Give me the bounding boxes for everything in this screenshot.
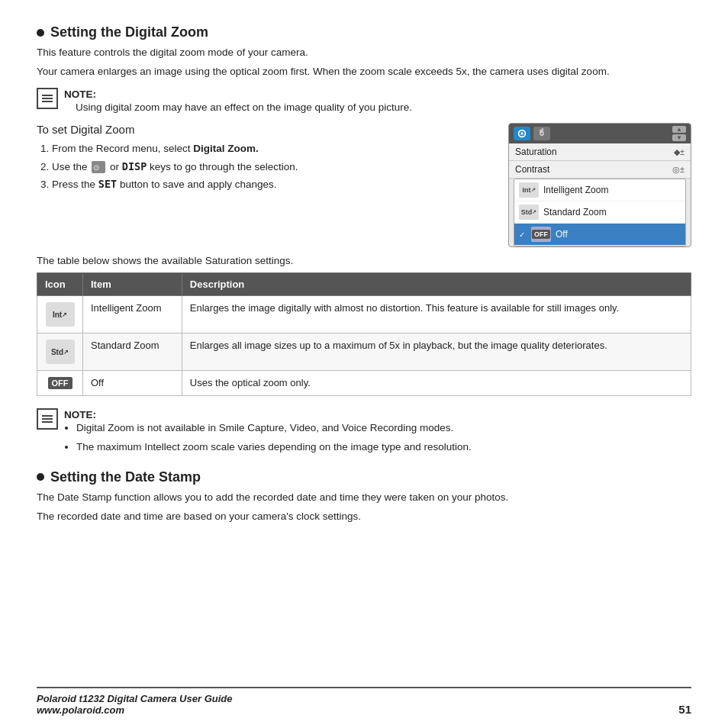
table-row: Std↗ Standard Zoom Enlarges all image si… — [37, 333, 691, 371]
contrast-label: Contrast — [515, 164, 549, 175]
intro-line1: This feature controls the digital zoom m… — [37, 45, 691, 61]
note2-label: NOTE: — [64, 409, 96, 420]
off-table-icon: OFF — [48, 377, 72, 389]
note1-block: NOTE: Using digital zoom may have an eff… — [37, 88, 691, 115]
page-content: Setting the Digital Zoom This feature co… — [0, 0, 728, 728]
footer-title: Polaroid t1232 Digital Camera User Guide — [37, 693, 232, 704]
note2-block: NOTE: Digital Zoom is not available in S… — [37, 408, 691, 459]
note2-bullet-2: The maximum Intellect zoom scale varies … — [76, 440, 472, 456]
footer-left: Polaroid t1232 Digital Camera User Guide… — [37, 693, 232, 716]
selected-checkmark: ✓ — [519, 230, 525, 239]
int-icon-cell: Int↗ — [37, 296, 83, 333]
note2-bullet-1: Digital Zoom is not available in Smile C… — [76, 420, 472, 436]
section2-heading: Setting the Date Stamp — [37, 469, 691, 485]
svg-point-1 — [520, 132, 523, 135]
standard-zoom-table-icon: Std↗ — [46, 340, 75, 364]
camera-ui-screenshot: ▲ ▼ Saturation ◆± Contrast ◎± Int↗ — [508, 123, 691, 247]
zoom-settings-table: Icon Item Description Int↗ Intelligent Z… — [37, 272, 691, 396]
page-footer: Polaroid t1232 Digital Camera User Guide… — [37, 687, 691, 716]
off-item-cell: Off — [83, 371, 182, 396]
note2-icon — [37, 408, 58, 430]
std-desc-cell: Enlarges all image sizes up to a maximum… — [182, 333, 691, 371]
table-header-row: Icon Item Description — [37, 273, 691, 296]
contrast-row: Contrast ◎± — [509, 161, 691, 179]
off-zoom-label: Off — [556, 229, 568, 240]
camera-button-icon — [92, 161, 105, 173]
settings-icon — [533, 127, 550, 140]
standard-zoom-option: Std↗ Standard Zoom — [514, 201, 685, 224]
camera-ui-col: ▲ ▼ Saturation ◆± Contrast ◎± Int↗ — [508, 123, 691, 247]
bullet-icon — [37, 29, 44, 37]
off-icon-cell: OFF — [37, 371, 83, 396]
table-row: Int↗ Intelligent Zoom Enlarges the image… — [37, 296, 691, 333]
note1-label: NOTE: — [64, 89, 96, 100]
intelligent-zoom-label: Intelligent Zoom — [543, 185, 608, 195]
saturation-intro: The table below shows the available Satu… — [37, 255, 691, 266]
camera-mode-icon — [514, 127, 530, 140]
contrast-icon: ◎± — [672, 165, 685, 175]
std-item-cell: Standard Zoom — [83, 333, 182, 371]
intelligent-zoom-option: Int↗ Intelligent Zoom — [514, 179, 685, 201]
table-row: OFF Off Uses the optical zoom only. — [37, 371, 691, 396]
steps-list: From the Record menu, select Digital Zoo… — [37, 140, 496, 193]
note1-text: Using digital zoom may have an effect on… — [64, 101, 412, 113]
intelligent-zoom-table-icon: Int↗ — [46, 302, 75, 327]
int-desc-cell: Enlarges the image digitally with almost… — [182, 296, 691, 333]
off-desc-cell: Uses the optical zoom only. — [182, 371, 691, 396]
std-icon-cell: Std↗ — [37, 333, 83, 371]
section1-title: Setting the Digital Zoom — [50, 24, 208, 40]
footer-url: www.polaroid.com — [37, 704, 232, 716]
camera-ui-header: ▲ ▼ — [509, 124, 691, 143]
intro-line2: Your camera enlarges an image using the … — [37, 64, 691, 80]
saturation-label: Saturation — [515, 147, 557, 157]
item-col-header: Item — [83, 273, 182, 296]
page-number: 51 — [678, 703, 691, 716]
bullet2-icon — [37, 473, 44, 481]
standard-zoom-label: Standard Zoom — [543, 207, 607, 217]
nav-arrows: ▲ ▼ — [672, 126, 686, 141]
std-zoom-icon: Std↗ — [519, 205, 539, 220]
steps-col: To set Digital Zoom From the Record menu… — [37, 123, 496, 247]
saturation-row: Saturation ◆± — [509, 143, 691, 161]
section2-text2: The recorded date and time are based on … — [37, 509, 691, 525]
off-zoom-icon: OFF — [531, 227, 551, 242]
note1-content: NOTE: Using digital zoom may have an eff… — [64, 88, 412, 115]
step-1: From the Record menu, select Digital Zoo… — [52, 140, 496, 157]
note1-icon — [37, 88, 58, 109]
zoom-dropdown: Int↗ Intelligent Zoom Std↗ Standard Zoom… — [514, 179, 686, 246]
section2-text1: The Date Stamp function allows you to ad… — [37, 490, 691, 506]
section1-heading: Setting the Digital Zoom — [37, 24, 691, 40]
int-item-cell: Intelligent Zoom — [83, 296, 182, 333]
int-zoom-icon: Int↗ — [519, 182, 539, 198]
off-zoom-option: ✓ OFF Off — [514, 224, 685, 246]
step-3: Press the SET button to save and apply c… — [52, 176, 496, 193]
desc-col-header: Description — [182, 273, 691, 296]
subheading: To set Digital Zoom — [37, 123, 496, 136]
icon-col-header: Icon — [37, 273, 83, 296]
main-section: To set Digital Zoom From the Record menu… — [37, 123, 691, 247]
section2-title: Setting the Date Stamp — [50, 469, 201, 485]
step-2: Use the or DISP keys to go through the s… — [52, 159, 496, 176]
note2-content: NOTE: Digital Zoom is not available in S… — [64, 408, 472, 459]
note2-bullets: Digital Zoom is not available in Smile C… — [64, 420, 472, 456]
saturation-icon: ◆± — [674, 147, 685, 157]
